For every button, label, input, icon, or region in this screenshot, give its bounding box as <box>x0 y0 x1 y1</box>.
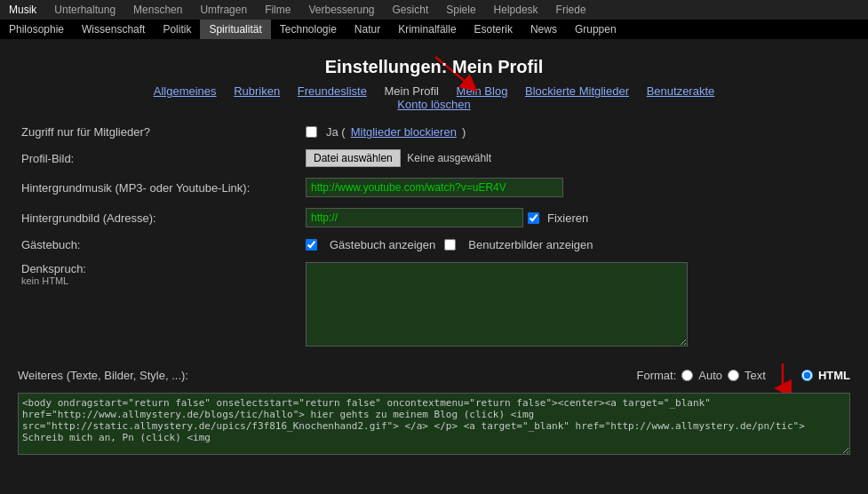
benutzerbilder-anzeigen-checkbox[interactable] <box>444 239 456 251</box>
nav-bottom-item-technologie[interactable]: Technologie <box>271 20 346 39</box>
hintergrundmusik-input[interactable] <box>306 178 563 197</box>
nav-bottom: Philosophie Wissenschaft Politik Spiritu… <box>0 20 868 39</box>
subnav-freundesliste[interactable]: Freundesliste <box>298 84 367 98</box>
nav-bottom-item-politik[interactable]: Politik <box>154 20 200 39</box>
nav-top-item-spiele[interactable]: Spiele <box>437 0 484 20</box>
nav-bottom-item-news[interactable]: News <box>522 20 566 39</box>
nav-top-item-umfragen[interactable]: Umfragen <box>191 0 256 20</box>
nav-bottom-item-philosophie[interactable]: Philosophie <box>0 20 73 39</box>
weiteres-label: Weiteres (Texte, Bilder, Style, ...): <box>18 369 188 382</box>
zugriff-value: Ja (Mitglieder blockieren) <box>302 120 850 144</box>
profil-bild-label: Profil-Bild: <box>18 144 302 172</box>
hintergrundbild-row: Hintergrundbild (Adresse): Fixieren <box>18 203 850 233</box>
nav-bottom-item-spiritualitat[interactable]: Spiritualität <box>200 20 270 39</box>
format-auto-label: Auto <box>698 369 722 382</box>
mitglieder-blockieren-link[interactable]: Mitglieder blockieren <box>351 125 457 139</box>
subnav-benutzerakte[interactable]: Benutzerakte <box>647 84 715 98</box>
gaestebuch-label: Gästebuch: <box>18 233 302 257</box>
nav-bottom-item-wissenschaft[interactable]: Wissenschaft <box>73 20 154 39</box>
subnav-blockierte-mitglieder[interactable]: Blockierte Mitglieder <box>525 84 629 98</box>
hintergrundmusik-label: Hintergrundmusik (MP3- oder Youtube-Link… <box>18 172 302 203</box>
format-html-label: HTML <box>818 369 850 382</box>
nav-top-item-unterhaltung[interactable]: Unterhaltung <box>45 0 124 20</box>
gaestebuch-value: Gästebuch anzeigen Benutzerbilder anzeig… <box>302 233 850 257</box>
hintergrundbild-value: Fixieren <box>302 203 850 233</box>
format-html-radio[interactable] <box>801 370 813 381</box>
zugriff-row: Zugriff nur für Mitglieder? Ja (Mitglied… <box>18 120 850 144</box>
hintergrundbild-input[interactable] <box>306 208 523 227</box>
format-label: Format: <box>637 369 677 382</box>
kein-html-label: kein HTML <box>21 275 299 286</box>
main-content: Einstellungen: Mein Profil Allgemeines R… <box>0 39 868 466</box>
denkspruch-label: Denkspruch: kein HTML <box>18 257 302 355</box>
hintergrundmusik-value <box>302 172 850 203</box>
nav-bottom-item-natur[interactable]: Natur <box>346 20 389 39</box>
profil-bild-row: Profil-Bild: Datei auswählen Keine ausge… <box>18 144 850 172</box>
nav-top-item-helpdesk[interactable]: Helpdesk <box>485 0 547 20</box>
gaestebuch-anzeigen-checkbox[interactable] <box>306 239 317 251</box>
hintergrundbild-label: Hintergrundbild (Adresse): <box>18 203 302 233</box>
fixieren-label: Fixieren <box>547 211 588 225</box>
profil-bild-value: Datei auswählen Keine ausgewählt <box>302 144 850 172</box>
page-title: Einstellungen: Mein Profil <box>18 57 850 77</box>
denkspruch-textarea[interactable] <box>306 262 688 347</box>
format-auto-radio[interactable] <box>681 370 693 381</box>
gaestebuch-row: Gästebuch: Gästebuch anzeigen Benutzerbi… <box>18 233 850 257</box>
zugriff-text: Ja ( <box>326 125 346 139</box>
datei-auswahlen-button[interactable]: Datei auswählen <box>306 149 401 167</box>
nav-top-item-filme[interactable]: Filme <box>256 0 299 20</box>
hintergrundmusik-row: Hintergrundmusik (MP3- oder Youtube-Link… <box>18 172 850 203</box>
format-text-radio[interactable] <box>728 370 739 381</box>
denkspruch-label-text: Denkspruch: <box>21 262 299 275</box>
zugriff-checkbox[interactable] <box>306 126 317 138</box>
weiteres-textarea[interactable] <box>18 393 850 455</box>
zugriff-label: Zugriff nur für Mitglieder? <box>18 120 302 144</box>
nav-top-item-gesicht[interactable]: Gesicht <box>384 0 438 20</box>
denkspruch-value <box>302 257 850 355</box>
settings-form: Zugriff nur für Mitglieder? Ja (Mitglied… <box>18 120 850 355</box>
nav-top: Musik Unterhaltung Menschen Umfragen Fil… <box>0 0 868 20</box>
nav-top-item-verbesserung[interactable]: Verbesserung <box>299 0 383 20</box>
weiteres-row: Weiteres (Texte, Bilder, Style, ...): Fo… <box>18 362 850 388</box>
format-text-label: Text <box>745 369 766 382</box>
subnav-allgemeines[interactable]: Allgemeines <box>154 84 217 98</box>
bottom-textarea-wrapper <box>18 388 850 458</box>
zugriff-close: ) <box>462 125 466 139</box>
no-file-label: Keine ausgewählt <box>407 152 491 164</box>
nav-top-item-musik[interactable]: Musik <box>0 0 45 20</box>
denkspruch-row: Denkspruch: kein HTML <box>18 257 850 355</box>
benutzerbilder-anzeigen-label: Benutzerbilder anzeigen <box>468 238 593 251</box>
nav-top-item-friede[interactable]: Friede <box>547 0 595 20</box>
nav-bottom-item-gruppen[interactable]: Gruppen <box>566 20 625 39</box>
nav-top-item-menschen[interactable]: Menschen <box>124 0 191 20</box>
subnav-rubriken[interactable]: Rubriken <box>234 84 280 98</box>
gaestebuch-anzeigen-label: Gästebuch anzeigen <box>330 238 435 251</box>
nav-bottom-item-kriminalfalle[interactable]: Kriminalfälle <box>389 20 465 39</box>
nav-bottom-item-esoterik[interactable]: Esoterik <box>466 20 522 39</box>
fixieren-checkbox[interactable] <box>528 212 539 224</box>
subnav-konto-loschen[interactable]: Konto löschen <box>397 98 470 111</box>
